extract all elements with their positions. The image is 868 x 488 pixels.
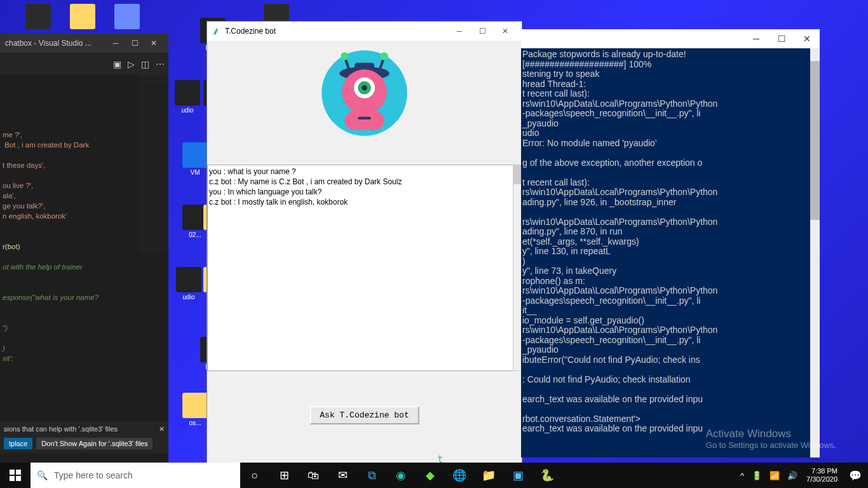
tk-feather-icon <box>212 27 221 36</box>
search-placeholder: Type here to search <box>54 470 133 480</box>
ask-button[interactable]: Ask T.Codezine bot <box>309 406 419 424</box>
mail-icon[interactable]: ✉ <box>328 463 357 488</box>
chat-line: c.z bot : I mostly talk in english, kokb… <box>209 197 512 207</box>
marketplace-button[interactable]: tplace <box>4 438 32 449</box>
chat-line: c.z bot : My name is C.z Bot , i am crea… <box>209 177 512 187</box>
minimize-button[interactable]: ─ <box>743 34 769 44</box>
svg-rect-16 <box>16 476 21 481</box>
minimize-button[interactable]: ─ <box>106 39 125 48</box>
edge-icon[interactable]: ◉ <box>386 463 416 488</box>
cortana-icon[interactable]: ○ <box>240 463 269 488</box>
android-studio-icon[interactable]: ◆ <box>416 463 445 488</box>
watermark-sub: Go to Settings to activate Windows. <box>706 440 836 450</box>
dont-show-again-button[interactable]: Don't Show Again for '.sqlite3' files <box>36 438 153 449</box>
windows-icon <box>10 470 21 481</box>
search-icon: 🔍 <box>37 470 48 480</box>
task-view-icon[interactable]: ⊞ <box>269 463 299 488</box>
svg-rect-15 <box>10 476 15 481</box>
split-editor-icon[interactable]: ◫ <box>141 59 149 69</box>
desktop-icon[interactable] <box>64 4 102 30</box>
svg-point-10 <box>362 85 367 90</box>
terminal-scrollbar[interactable] <box>810 48 820 458</box>
vscode-notification: ✕ sions that can help with '.sqlite3' fi… <box>0 421 168 453</box>
svg-point-3 <box>341 52 348 60</box>
taskbar-search[interactable]: 🔍 Type here to search <box>31 463 240 488</box>
close-button[interactable]: ✕ <box>494 27 517 36</box>
watermark-title: Activate Windows <box>706 428 836 440</box>
vscode-window[interactable]: chatbox - Visual Studio ... ─ ☐ ✕ ▣ ▷ ◫ … <box>0 34 168 466</box>
svg-rect-13 <box>10 470 15 475</box>
system-tray[interactable]: ^ 🔋 📶 🔊 7:38 PM 7/30/2020 💬 <box>736 463 868 488</box>
clock-time: 7:38 PM <box>806 467 837 475</box>
minimize-button[interactable]: ─ <box>448 27 471 36</box>
notification-close-icon[interactable]: ✕ <box>159 425 165 433</box>
terminal-output[interactable]: Package stopwords is already up-to-date!… <box>521 48 820 435</box>
chat-log[interactable]: you : what is your name ?c.z bot : My na… <box>207 165 514 371</box>
taskbar[interactable]: 🔍 Type here to search ○ ⊞ 🛍 ✉ ⧉ ◉ ◆ 🌐 📁 … <box>0 463 868 488</box>
chatbot-window[interactable]: T.Codezine bot ─ ☐ ✕ you : what is your … <box>207 21 522 466</box>
battery-icon[interactable]: 🔋 <box>748 471 766 480</box>
chat-scrollbar[interactable] <box>513 165 522 371</box>
vscode-tab-actions: ▣ ▷ ◫ ⋯ <box>0 53 168 75</box>
svg-point-4 <box>380 52 388 60</box>
notification-text: sions that can help with '.sqlite3' file… <box>4 425 165 433</box>
close-button[interactable]: ✕ <box>144 39 163 48</box>
volume-icon[interactable]: 🔊 <box>783 471 801 480</box>
svg-rect-11 <box>344 112 384 130</box>
start-button[interactable] <box>0 463 31 488</box>
desktop-icon[interactable] <box>19 4 57 30</box>
minimap[interactable] <box>140 75 168 253</box>
more-icon[interactable]: ⋯ <box>156 59 165 69</box>
terminal-window[interactable]: ─ ☐ ✕ Package stopwords is already up-to… <box>521 29 820 458</box>
vscode-taskbar-icon[interactable]: ⧉ <box>357 463 386 488</box>
svg-rect-14 <box>16 470 21 475</box>
chat-line: you : In which language you talk? <box>209 187 512 197</box>
toggle-panel-icon[interactable]: ▣ <box>113 59 121 69</box>
python-icon[interactable]: 🐍 <box>532 463 562 488</box>
tray-chevron-icon[interactable]: ^ <box>736 471 748 480</box>
vscode-title-text: chatbox - Visual Studio ... <box>5 39 106 48</box>
explorer-icon[interactable]: 📁 <box>474 463 503 488</box>
action-center-icon[interactable]: 💬 <box>843 470 868 482</box>
vscode-titlebar[interactable]: chatbox - Visual Studio ... ─ ☐ ✕ <box>0 34 168 53</box>
chatbot-titlebar[interactable]: T.Codezine bot ─ ☐ ✕ <box>207 22 522 41</box>
chrome-icon[interactable]: 🌐 <box>445 463 474 488</box>
taskbar-clock[interactable]: 7:38 PM 7/30/2020 <box>801 467 843 484</box>
robot-image <box>318 47 410 139</box>
wifi-icon[interactable]: 📶 <box>766 471 783 480</box>
desktop-icon[interactable] <box>108 4 146 30</box>
run-icon[interactable]: ▷ <box>128 59 135 69</box>
store-icon[interactable]: 🛍 <box>299 463 328 488</box>
svg-rect-12 <box>358 117 371 119</box>
maximize-button[interactable]: ☐ <box>471 27 494 36</box>
maximize-button[interactable]: ☐ <box>125 39 144 48</box>
terminal-titlebar[interactable]: ─ ☐ ✕ <box>521 29 820 48</box>
activate-windows-watermark: Activate Windows Go to Settings to activ… <box>706 428 836 450</box>
maximize-button[interactable]: ☐ <box>769 34 794 44</box>
close-button[interactable]: ✕ <box>794 34 820 44</box>
chatbot-title-text: T.Codezine bot <box>225 27 448 36</box>
clock-date: 7/30/2020 <box>806 475 837 484</box>
powershell-icon[interactable]: ▣ <box>503 463 532 488</box>
chat-line: you : what is your name ? <box>209 166 512 177</box>
